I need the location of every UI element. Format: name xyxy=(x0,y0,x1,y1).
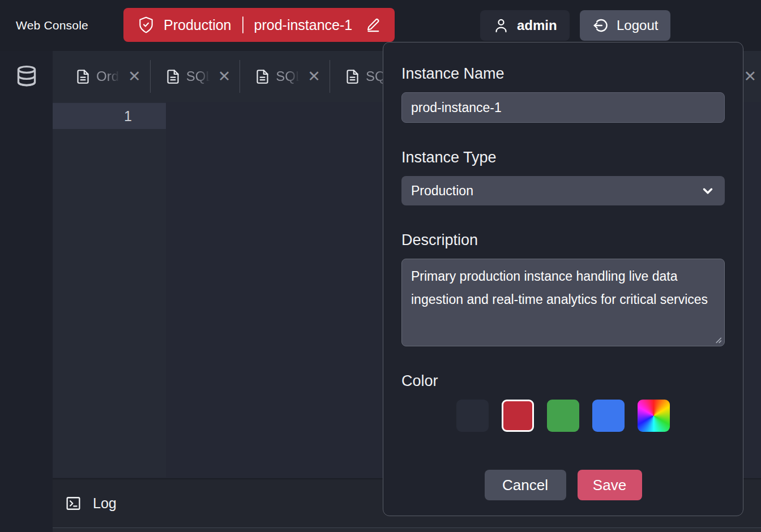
instance-type-label: Instance Type xyxy=(401,148,725,167)
color-swatch-blue[interactable] xyxy=(592,400,625,432)
instance-name-input[interactable] xyxy=(401,92,725,123)
color-swatch-default[interactable] xyxy=(456,400,489,432)
color-swatch-red[interactable] xyxy=(502,400,534,432)
close-icon[interactable]: ✕ xyxy=(743,51,756,102)
line-number-gutter xyxy=(53,102,166,477)
instance-name-label: Instance Name xyxy=(401,64,725,83)
close-icon[interactable]: ✕ xyxy=(127,68,142,85)
user-chip[interactable]: admin xyxy=(480,10,570,41)
save-button[interactable]: Save xyxy=(578,470,642,500)
left-sidebar xyxy=(0,51,53,532)
instance-type-value: Production xyxy=(411,183,473,199)
current-line-gutter: 1 xyxy=(53,103,166,129)
tab-label: Ord xyxy=(96,68,121,84)
tab-label: SQL xyxy=(276,68,301,84)
file-icon xyxy=(165,69,181,84)
line-number: 1 xyxy=(124,108,132,125)
description-textarea[interactable]: Primary production instance handling liv… xyxy=(401,259,725,346)
badge-separator xyxy=(242,16,243,33)
instance-name-label: prod-instance-1 xyxy=(254,17,353,33)
instance-badge[interactable]: Production prod-instance-1 xyxy=(123,8,395,42)
file-icon xyxy=(345,69,360,84)
instance-type-label: Production xyxy=(164,17,232,33)
app-title: Web Console xyxy=(16,0,88,51)
logout-label: Logout xyxy=(617,18,658,33)
tab-sql-1[interactable]: SQL ✕ xyxy=(151,51,240,102)
logout-icon xyxy=(592,17,609,34)
terminal-icon xyxy=(65,495,82,512)
shield-check-icon xyxy=(137,16,155,34)
tab-orders[interactable]: Ord ✕ xyxy=(53,51,150,102)
dialog-buttons: Cancel Save xyxy=(401,470,725,500)
database-icon[interactable] xyxy=(15,65,39,91)
bottom-strip xyxy=(53,527,761,532)
tab-label: SQL xyxy=(186,68,211,84)
logout-button[interactable]: Logout xyxy=(580,10,670,41)
user-icon xyxy=(493,17,510,34)
color-label: Color xyxy=(401,371,725,391)
close-icon[interactable]: ✕ xyxy=(217,68,232,85)
edit-pencil-icon[interactable] xyxy=(365,17,381,33)
close-icon[interactable]: ✕ xyxy=(306,68,322,85)
file-icon xyxy=(255,69,270,84)
color-swatch-row xyxy=(401,400,725,432)
description-label: Description xyxy=(401,230,725,250)
instance-settings-dialog: Instance Name Instance Type Production D… xyxy=(383,42,743,516)
resize-handle-icon[interactable] xyxy=(715,336,722,344)
file-icon xyxy=(75,69,91,84)
color-swatch-rainbow[interactable] xyxy=(638,400,670,432)
color-swatch-green[interactable] xyxy=(547,400,579,432)
cancel-button[interactable]: Cancel xyxy=(485,470,566,500)
user-name: admin xyxy=(517,18,557,33)
chevron-down-icon xyxy=(700,183,715,198)
instance-type-select[interactable]: Production xyxy=(401,176,725,205)
log-label: Log xyxy=(93,495,117,512)
tab-sql-2[interactable]: SQL ✕ xyxy=(240,51,330,102)
